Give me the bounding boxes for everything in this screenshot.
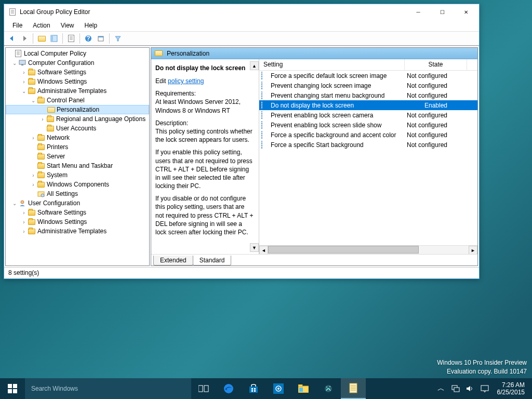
tree-win-components[interactable]: ›Windows Components bbox=[6, 180, 149, 189]
policy-title: Do not display the lock screen bbox=[155, 64, 255, 72]
desc-text-2: If you enable this policy setting, users… bbox=[155, 148, 255, 190]
tree-startmenu[interactable]: Start Menu and Taskbar bbox=[6, 161, 149, 170]
tree-cc-software[interactable]: ›Software Settings bbox=[6, 68, 149, 77]
menu-file[interactable]: File bbox=[7, 21, 28, 30]
setting-state: Not configured bbox=[405, 122, 467, 129]
setting-name: Prevent changing start menu background bbox=[271, 92, 384, 99]
tree-uc-admin[interactable]: ›Administrative Templates bbox=[6, 227, 149, 236]
tree-network[interactable]: ›Network bbox=[6, 133, 149, 142]
list-header[interactable]: Setting State bbox=[259, 59, 477, 71]
show-hide-tree-button[interactable] bbox=[48, 33, 60, 44]
setting-state: Not configured bbox=[405, 131, 467, 139]
tab-extended[interactable]: Extended bbox=[153, 256, 193, 265]
taskbar-app-icon[interactable] bbox=[316, 378, 341, 399]
tree-server[interactable]: Server bbox=[6, 152, 149, 161]
tray-volume-icon[interactable] bbox=[465, 378, 475, 399]
tree-user-accounts[interactable]: User Accounts bbox=[6, 124, 149, 133]
tab-standard[interactable]: Standard bbox=[193, 256, 232, 265]
properties-button[interactable] bbox=[95, 33, 107, 44]
list-row[interactable]: Do not display the lock screenEnabled bbox=[259, 100, 477, 110]
tree-root[interactable]: Local Computer Policy bbox=[6, 49, 149, 58]
svg-rect-12 bbox=[13, 384, 17, 388]
forward-button[interactable] bbox=[19, 33, 30, 44]
hscroll-left[interactable]: ◄ bbox=[259, 246, 268, 254]
svg-rect-39 bbox=[481, 385, 488, 391]
svg-text:?: ? bbox=[86, 35, 90, 42]
setting-icon bbox=[261, 72, 270, 80]
tree-personalization[interactable]: Personalization bbox=[6, 105, 149, 114]
list-row[interactable]: Prevent changing lock screen imageNot co… bbox=[259, 81, 477, 90]
list-hscroll[interactable]: ◄ ► bbox=[259, 245, 477, 254]
minimize-button[interactable]: ─ bbox=[406, 4, 430, 20]
taskbar-settings-icon[interactable] bbox=[266, 378, 291, 399]
hscroll-thumb[interactable] bbox=[268, 246, 419, 254]
app-icon bbox=[8, 8, 17, 16]
tree-pane[interactable]: Local Computer Policy ⌄Computer Configur… bbox=[5, 47, 150, 266]
tree-cc-windows[interactable]: ›Windows Settings bbox=[6, 77, 149, 86]
svg-point-31 bbox=[329, 386, 330, 387]
tree-all-settings[interactable]: All Settings bbox=[6, 189, 149, 198]
svg-point-30 bbox=[326, 387, 327, 388]
tray-chevron-icon[interactable]: ︿ bbox=[436, 378, 446, 399]
tree-cc-admin[interactable]: ⌄Administrative Templates bbox=[6, 86, 149, 96]
right-pane: Personalization ▲ Do not display the loc… bbox=[151, 47, 478, 266]
svg-rect-7 bbox=[21, 64, 23, 65]
svg-rect-21 bbox=[251, 390, 253, 392]
tree-uc-windows[interactable]: ›Windows Settings bbox=[6, 217, 149, 227]
task-view-button[interactable] bbox=[191, 378, 216, 399]
edit-policy-link[interactable]: policy setting bbox=[168, 77, 204, 85]
export-button[interactable] bbox=[65, 33, 77, 44]
menubar: File Action View Help bbox=[4, 20, 479, 31]
titlebar[interactable]: Local Group Policy Editor ─ ☐ ✕ bbox=[4, 4, 479, 20]
tree-user-config[interactable]: ⌄User Configuration bbox=[6, 198, 149, 208]
desc-scroll-up[interactable]: ▲ bbox=[250, 61, 259, 70]
tree-computer-config[interactable]: ⌄Computer Configuration bbox=[6, 58, 149, 68]
taskbar-edge-icon[interactable] bbox=[216, 378, 241, 399]
hscroll-right[interactable]: ► bbox=[469, 246, 477, 254]
menu-action[interactable]: Action bbox=[28, 21, 55, 30]
svg-point-9 bbox=[41, 194, 44, 197]
tray-clock[interactable]: 7:26 AM 6/25/2015 bbox=[494, 381, 528, 396]
search-box[interactable]: Search Windows bbox=[25, 378, 191, 399]
taskbar-gpedit-icon[interactable] bbox=[341, 378, 366, 399]
up-button[interactable] bbox=[36, 33, 47, 44]
col-state[interactable]: State bbox=[405, 59, 467, 70]
filter-button[interactable] bbox=[112, 33, 124, 44]
setting-icon bbox=[261, 131, 270, 139]
taskbar-explorer-icon[interactable] bbox=[291, 378, 316, 399]
close-button[interactable]: ✕ bbox=[454, 4, 478, 20]
settings-list: Setting State Force a specific default l… bbox=[259, 59, 477, 254]
list-row[interactable]: Prevent enabling lock screen cameraNot c… bbox=[259, 110, 477, 120]
col-setting[interactable]: Setting bbox=[259, 59, 405, 70]
svg-rect-13 bbox=[8, 389, 12, 393]
list-row[interactable]: Prevent changing start menu backgroundNo… bbox=[259, 90, 477, 100]
setting-name: Prevent enabling lock screen slide show bbox=[271, 122, 381, 129]
list-row[interactable]: Force a specific default lock screen ima… bbox=[259, 71, 477, 81]
svg-rect-27 bbox=[298, 384, 302, 387]
tree-printers[interactable]: Printers bbox=[6, 142, 149, 152]
svg-point-10 bbox=[21, 201, 24, 204]
content-header: Personalization bbox=[151, 48, 477, 59]
list-row[interactable]: Force a specific Start backgroundNot con… bbox=[259, 140, 477, 150]
tree-regional[interactable]: ›Regional and Language Options bbox=[6, 114, 149, 124]
back-button[interactable] bbox=[6, 33, 18, 44]
setting-icon bbox=[261, 121, 270, 129]
help-button[interactable]: ? bbox=[83, 33, 94, 44]
svg-rect-5 bbox=[98, 36, 103, 37]
tree-uc-software[interactable]: ›Software Settings bbox=[6, 208, 149, 217]
tree-control-panel[interactable]: ⌄Control Panel bbox=[6, 96, 149, 105]
start-button[interactable] bbox=[0, 378, 25, 399]
desc-scroll-down[interactable]: ▼ bbox=[250, 243, 259, 252]
tray-network-icon[interactable] bbox=[450, 378, 461, 399]
menu-help[interactable]: Help bbox=[79, 21, 103, 30]
list-row[interactable]: Force a specific background and accent c… bbox=[259, 130, 477, 140]
desc-label: Description: bbox=[155, 119, 188, 127]
list-row[interactable]: Prevent enabling lock screen slide showN… bbox=[259, 120, 477, 130]
svg-rect-28 bbox=[299, 388, 303, 392]
svg-rect-6 bbox=[19, 60, 25, 64]
tree-system[interactable]: ›System bbox=[6, 170, 149, 180]
tray-notifications-icon[interactable] bbox=[480, 378, 490, 399]
taskbar-store-icon[interactable] bbox=[241, 378, 266, 399]
maximize-button[interactable]: ☐ bbox=[430, 4, 454, 20]
menu-view[interactable]: View bbox=[56, 21, 79, 30]
